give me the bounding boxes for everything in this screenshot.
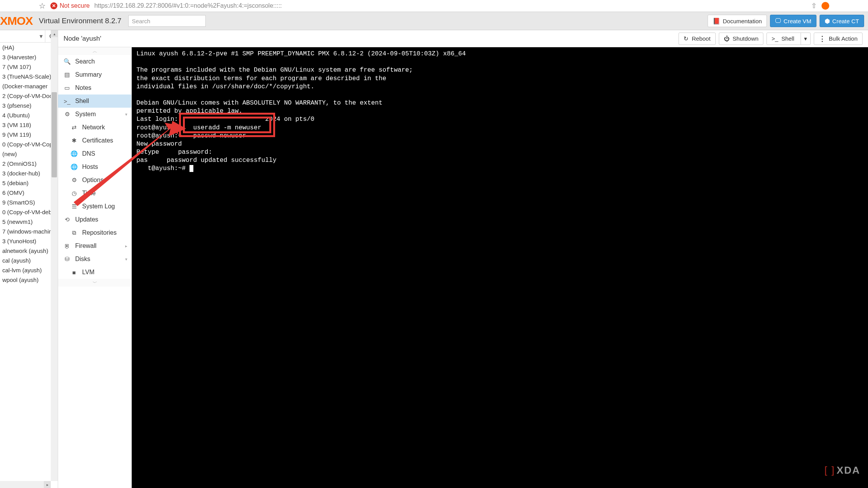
horizontal-scrollbar[interactable]: ▸ [0, 481, 51, 488]
view-dropdown[interactable]: ▾ [0, 30, 45, 42]
tree-item[interactable]: 9 (SmartOS) [0, 198, 58, 207]
nav-dns[interactable]: 🌐 DNS [58, 147, 131, 160]
nav-lvm[interactable]: ■ LVM [58, 266, 131, 279]
shell-button[interactable]: >_ Shell ▾ [766, 33, 810, 45]
bookmark-icon[interactable]: ☆ [39, 1, 46, 10]
collapse-down-button[interactable]: ﹀ [58, 279, 131, 287]
tree-item[interactable]: 9 (VM 119) [0, 130, 58, 139]
nav-firewall[interactable]: ⛨ Firewall ▸ [58, 239, 131, 253]
shell-dropdown-arrow[interactable]: ▾ [801, 33, 810, 45]
tree-item[interactable]: 6 (OMV) [0, 188, 58, 198]
tree-item[interactable]: 7 (windows-machin [0, 227, 58, 236]
nav-disks[interactable]: ⛁ Disks ▾ [58, 253, 131, 266]
reboot-label: Reboot [692, 35, 710, 42]
documentation-label: Documentation [723, 18, 762, 24]
content-header: Node 'ayush' ↻ Reboot ⏻ Shutdown >_ Shel… [58, 30, 868, 47]
scroll-up-button[interactable]: ▴ [51, 30, 58, 37]
tree-item[interactable]: 3 (YunoHost) [0, 236, 58, 246]
brave-shield-icon[interactable] [822, 2, 829, 10]
nav-shell[interactable]: >_ Shell [58, 95, 131, 108]
nav-repositories-label: Repositories [82, 229, 117, 236]
tree-item[interactable]: 7 (VM 107) [0, 62, 58, 72]
version-label: Virtual Environment 8.2.7 [39, 17, 121, 25]
tree-item[interactable]: 0 (Copy-of-VM-Cop [0, 139, 58, 149]
search-icon: 🔍 [64, 58, 71, 65]
globe-icon: 🌐 [71, 163, 78, 170]
nav-time[interactable]: ◷ Time [58, 187, 131, 200]
tree-item[interactable]: 5 (debian) [0, 178, 58, 188]
nav-certificates[interactable]: ✱ Certificates [58, 134, 131, 147]
collapse-up-button[interactable]: ︿ [58, 47, 131, 55]
nav-network[interactable]: ⇄ Network [58, 121, 131, 134]
tree-item[interactable]: (HA) [0, 43, 58, 52]
tree-item[interactable]: 4 (Ubuntu) [0, 110, 58, 120]
nav-summary-label: Summary [75, 71, 102, 78]
shutdown-label: Shutdown [733, 35, 759, 42]
nav-options[interactable]: ⚙ Options [58, 174, 131, 187]
url-text[interactable]: https://192.168.29.227:8006/#v1:0:=node%… [94, 2, 282, 9]
documentation-button[interactable]: 📕 Documentation [708, 15, 767, 27]
tree-item[interactable]: 3 (VM 118) [0, 120, 58, 130]
node-title: Node 'ayush' [64, 35, 675, 43]
shutdown-button[interactable]: ⏻ Shutdown [719, 33, 764, 45]
reboot-button[interactable]: ↻ Reboot [679, 33, 715, 45]
tree-item[interactable]: 3 (TrueNAS-Scale) [0, 72, 58, 81]
nav-search[interactable]: 🔍 Search [58, 55, 131, 68]
tree-item[interactable]: 2 (OmniOS1) [0, 159, 58, 168]
scroll-right-button[interactable]: ▸ [44, 481, 51, 488]
share-icon[interactable]: ⇧ [811, 2, 817, 10]
tree-item[interactable]: 3 (docker-hub) [0, 168, 58, 178]
list-icon: ☰ [71, 203, 78, 210]
proxmox-logo[interactable]: XMOX [0, 14, 33, 27]
terminal-container: Linux ayush 6.8.12-2-pve #1 SMP PREEMPT_… [132, 47, 868, 488]
terminal[interactable]: Linux ayush 6.8.12-2-pve #1 SMP PREEMPT_… [132, 47, 868, 488]
vertical-scrollbar[interactable]: ▴ [51, 30, 58, 481]
nav-lvm-label: LVM [82, 269, 95, 276]
tree-item[interactable]: alnetwork (ayush) [0, 246, 58, 256]
notes-icon: ▭ [64, 84, 71, 91]
nav-system[interactable]: ⚙ System ▾ [58, 108, 131, 121]
book-icon: ▤ [64, 71, 71, 78]
reboot-icon: ↻ [684, 35, 689, 42]
create-ct-label: Create CT [832, 18, 859, 24]
resource-tree[interactable]: (HA)3 (Harvester)7 (VM 107)3 (TrueNAS-Sc… [0, 43, 58, 488]
nav-summary[interactable]: ▤ Summary [58, 68, 131, 81]
tree-toolbar: ▾ ⚙ [0, 30, 58, 43]
nav-hosts-label: Hosts [82, 163, 98, 170]
nav-certificates-label: Certificates [82, 137, 113, 144]
tree-item[interactable]: 3 (pfsense) [0, 101, 58, 110]
tree-item[interactable]: 5 (newvm1) [0, 217, 58, 227]
scrollbar-thumb[interactable] [52, 92, 57, 177]
files-icon: ⧉ [71, 229, 78, 236]
search-input[interactable]: Search [128, 15, 206, 27]
refresh-icon: ⟲ [64, 216, 71, 223]
create-ct-button[interactable]: ⬢ Create CT [820, 15, 864, 27]
kebab-icon: ⋮ [819, 34, 826, 43]
not-secure-indicator[interactable]: ✕ Not secure [50, 2, 90, 9]
shield-icon: ⛨ [64, 243, 71, 249]
chevron-right-icon: ▸ [125, 244, 127, 249]
nav-dns-label: DNS [82, 150, 95, 157]
tree-item[interactable]: cal (ayush) [0, 256, 58, 265]
tree-item[interactable]: 0 (Copy-of-VM-deb [0, 207, 58, 217]
bulk-actions-button[interactable]: ⋮ Bulk Action [814, 33, 863, 45]
nav-repositories[interactable]: ⧉ Repositories [58, 226, 131, 239]
nav-shell-label: Shell [75, 98, 89, 105]
tree-item[interactable]: wpool (ayush) [0, 275, 58, 285]
network-icon: ⇄ [71, 124, 78, 131]
terminal-cursor [189, 165, 193, 172]
nav-hosts[interactable]: 🌐 Hosts [58, 160, 131, 174]
create-vm-button[interactable]: 🖵 Create VM [770, 15, 816, 27]
nav-notes[interactable]: ▭ Notes [58, 81, 131, 95]
book-icon: 📕 [713, 17, 720, 25]
tree-item[interactable]: 2 (Copy-of-VM-Doc [0, 91, 58, 101]
tree-item[interactable]: (new) [0, 149, 58, 159]
nav-updates[interactable]: ⟲ Updates [58, 213, 131, 226]
tree-item[interactable]: (Docker-manager [0, 81, 58, 91]
tree-item[interactable]: 3 (Harvester) [0, 52, 58, 62]
bulk-actions-label: Bulk Action [829, 35, 858, 42]
nav-syslog[interactable]: ☰ System Log [58, 200, 131, 213]
xda-text: XDA [837, 464, 860, 476]
chevron-down-icon: ▾ [125, 257, 127, 262]
tree-item[interactable]: cal-lvm (ayush) [0, 265, 58, 275]
